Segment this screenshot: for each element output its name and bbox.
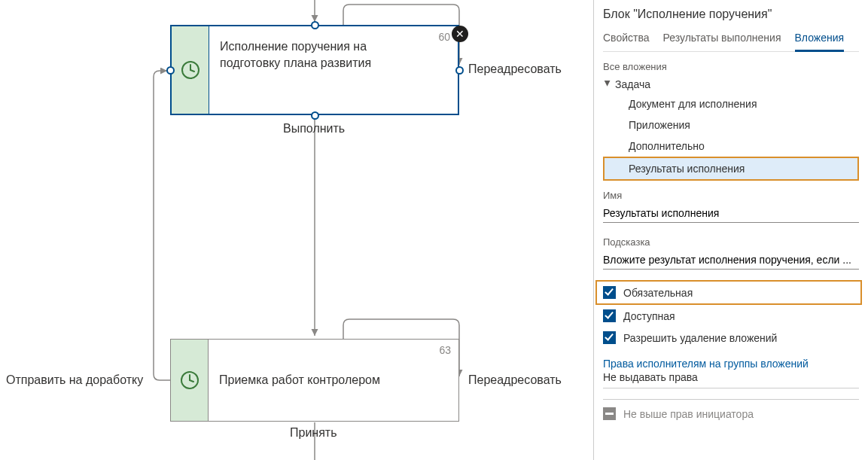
checkbox-allow-delete[interactable] bbox=[603, 331, 616, 344]
checkbox-indeterminate-icon bbox=[603, 407, 616, 420]
block-number: 60 bbox=[438, 31, 450, 43]
checkbox-required-row[interactable]: Обязательная bbox=[595, 280, 862, 305]
panel-tabs: Свойства Результаты выполнения Вложения bbox=[603, 27, 859, 52]
checkbox-required[interactable] bbox=[603, 286, 616, 299]
permissions-link[interactable]: Права исполнителям на группы вложений bbox=[603, 358, 859, 370]
svg-line-2 bbox=[190, 70, 194, 72]
block-title: Исполнение поручения на подготовку плана… bbox=[209, 26, 458, 114]
tree-group-label: Задача bbox=[615, 78, 650, 90]
tab-results[interactable]: Результаты выполнения bbox=[662, 27, 781, 51]
block-stripe bbox=[171, 340, 209, 421]
block-title: Приемка работ контролером bbox=[209, 340, 458, 421]
diagram-canvas[interactable]: Исполнение поручения на подготовку плана… bbox=[0, 0, 593, 460]
edge-label-return: Отправить на доработку bbox=[6, 373, 143, 387]
clock-icon bbox=[180, 370, 199, 390]
port-left[interactable] bbox=[166, 66, 175, 75]
properties-panel: Блок "Исполнение поручения" Свойства Рез… bbox=[593, 0, 868, 460]
edge-label-forward-2: Переадресовать bbox=[468, 373, 562, 387]
tree-item-doc[interactable]: Документ для исполнения bbox=[603, 93, 859, 114]
tree-item-extra[interactable]: Дополнительно bbox=[603, 136, 859, 157]
block-review-by-controller[interactable]: Приемка работ контролером 63 bbox=[170, 339, 459, 422]
all-attachments-label: Все вложения bbox=[603, 61, 859, 72]
permissions-value: Не выдавать права bbox=[603, 370, 859, 388]
hint-input[interactable] bbox=[603, 251, 859, 270]
edge-label-execute: Выполнить bbox=[283, 122, 345, 136]
block-stripe bbox=[172, 26, 209, 114]
edge-label-accept: Принять bbox=[290, 426, 337, 440]
checkbox-allow-delete-label: Разрешить удаление вложений bbox=[623, 332, 777, 344]
chevron-down-icon: ▶ bbox=[604, 80, 612, 89]
tree-item-apps[interactable]: Приложения bbox=[603, 114, 859, 136]
port-right[interactable] bbox=[455, 66, 464, 75]
checkbox-available-row[interactable]: Доступная bbox=[603, 305, 859, 327]
tab-properties[interactable]: Свойства bbox=[603, 27, 649, 51]
svg-line-5 bbox=[190, 380, 193, 382]
name-input[interactable] bbox=[603, 204, 859, 223]
attachments-tree: ▶ Задача Документ для исполнения Приложе… bbox=[603, 75, 859, 181]
name-label: Имя bbox=[603, 190, 859, 201]
tree-item-results[interactable]: Результаты исполнения bbox=[603, 157, 859, 181]
checkbox-not-above-label: Не выше прав инициатора bbox=[623, 408, 754, 420]
divider bbox=[603, 399, 859, 400]
checkbox-not-above-row: Не выше прав инициатора bbox=[603, 407, 859, 420]
hint-label: Подсказка bbox=[603, 236, 859, 248]
close-icon[interactable]: ✕ bbox=[452, 26, 468, 42]
checkbox-available[interactable] bbox=[603, 309, 616, 322]
port-top[interactable] bbox=[311, 21, 319, 29]
panel-title: Блок "Исполнение поручения" bbox=[603, 8, 859, 21]
tab-attachments[interactable]: Вложения bbox=[795, 27, 845, 52]
checkbox-available-label: Доступная bbox=[623, 310, 675, 322]
block-title-line2: подготовку плана развития bbox=[220, 55, 447, 72]
checkbox-allow-delete-row[interactable]: Разрешить удаление вложений bbox=[603, 327, 859, 349]
block-execute-assignment[interactable]: Исполнение поручения на подготовку плана… bbox=[170, 25, 459, 115]
port-bottom[interactable] bbox=[311, 111, 319, 120]
clock-icon bbox=[181, 60, 200, 80]
block-title-line1: Исполнение поручения на bbox=[220, 38, 447, 55]
block-number: 63 bbox=[439, 344, 451, 356]
edge-label-forward: Переадресовать bbox=[468, 62, 562, 76]
tree-group-task[interactable]: ▶ Задача bbox=[603, 75, 859, 93]
checkbox-required-label: Обязательная bbox=[623, 287, 693, 299]
